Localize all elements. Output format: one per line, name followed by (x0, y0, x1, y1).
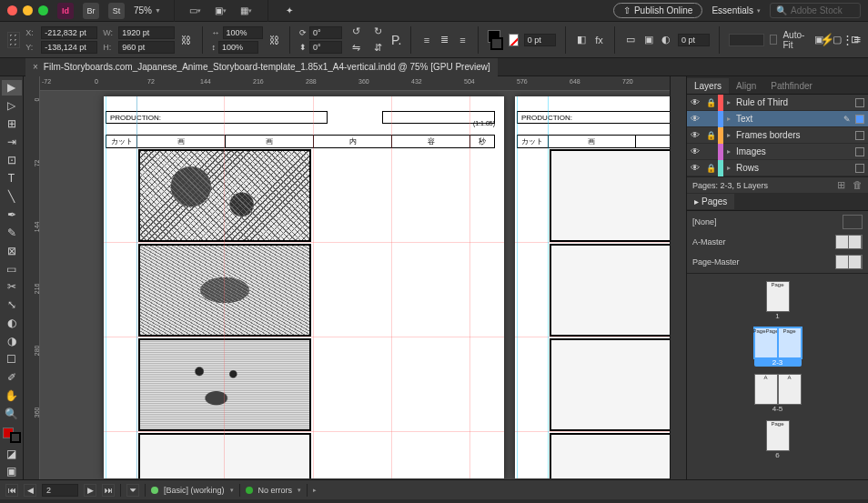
layer-select-box[interactable] (855, 98, 864, 107)
storyboard-frame-r3[interactable] (550, 338, 670, 431)
frame-fitting-preview[interactable] (729, 34, 763, 46)
apply-color-icon[interactable]: ◪ (2, 446, 22, 461)
stroke-weight-input[interactable]: 0 pt (524, 34, 556, 46)
paragraph-icon[interactable]: P. (391, 33, 401, 47)
scissors-tool[interactable]: ✂ (2, 279, 22, 295)
collapsed-panel-strip[interactable] (671, 76, 687, 479)
expand-icon[interactable]: ▸ (723, 98, 734, 106)
layers-tab[interactable]: Layers (687, 78, 729, 94)
textwrap-bounding-icon[interactable]: ▣ (642, 32, 655, 48)
visibility-icon[interactable]: 👁 (687, 163, 703, 173)
arrange-icon[interactable]: ▦▾ (238, 3, 255, 19)
document-tab[interactable]: × Film-Storyboards.com_Japanese_Anime_St… (25, 58, 498, 76)
fill-stroke-swatch[interactable] (488, 30, 503, 50)
page-thumb[interactable]: PagePagePage2-3 (754, 327, 802, 367)
gap-tool[interactable]: ⇥ (2, 135, 22, 150)
note-tool[interactable]: ☐ (2, 352, 22, 367)
visibility-icon[interactable]: 👁 (687, 114, 703, 124)
storyboard-frame-r1[interactable] (550, 149, 670, 242)
rotate-cw-icon[interactable]: ↻ (369, 24, 386, 40)
pen-tool[interactable]: ✒ (2, 206, 22, 222)
master-none[interactable]: [None] (692, 215, 863, 229)
layer-select-box[interactable] (855, 147, 864, 156)
pencil-tool[interactable]: ✎ (2, 225, 22, 240)
rotate-ccw-icon[interactable]: ↺ (348, 24, 364, 40)
layer-row[interactable]: 👁▸Text✎ (687, 111, 868, 127)
workspace-selector[interactable]: Essentials▾ (712, 5, 761, 15)
page-tool[interactable]: ⊞ (2, 116, 22, 132)
gradient-feather-tool[interactable]: ◑ (2, 334, 22, 349)
effects-icon[interactable]: fx (593, 32, 606, 48)
y-input[interactable]: -138,124 pt (41, 41, 97, 54)
visibility-icon[interactable]: 👁 (687, 146, 703, 156)
storyboard-frame-2[interactable] (138, 244, 311, 337)
storyboard-frame-1[interactable] (138, 149, 311, 242)
selection-tool[interactable]: ▶ (2, 80, 22, 96)
zoom-tool[interactable]: 🔍 (2, 406, 22, 421)
zoom-level[interactable]: 75%▼ (134, 5, 161, 15)
visibility-icon[interactable]: 👁 (687, 130, 703, 140)
h-input[interactable]: 960 pt (118, 41, 175, 54)
none-swatch[interactable] (509, 34, 519, 46)
gradient-swatch-tool[interactable]: ◐ (2, 316, 22, 331)
minimize-window-icon[interactable] (23, 5, 33, 15)
page-thumb[interactable]: AA4-5 (754, 374, 802, 413)
rotate-input[interactable]: 0° (309, 26, 342, 39)
canvas[interactable]: PRODUCTION: (1:1.85) カット 画 画 内 容 秒 (40, 91, 670, 479)
scale-y-input[interactable]: 100% (218, 41, 258, 54)
master-page[interactable]: Page-Master (692, 255, 863, 269)
free-transform-tool[interactable]: ⤡ (2, 297, 22, 313)
eyedropper-tool[interactable]: ✐ (2, 370, 22, 386)
new-layer-icon[interactable]: ⊞ (837, 179, 845, 191)
textwrap-none-icon[interactable]: ▭ (624, 32, 637, 48)
corner-options-icon[interactable]: ◧ (575, 32, 588, 48)
page-thumb[interactable]: Page1 (766, 281, 790, 320)
production-field-2[interactable]: PRODUCTION: (517, 111, 670, 124)
flip-horizontal-icon[interactable]: ⇋ (348, 40, 364, 56)
next-page-button[interactable]: ▶ (84, 484, 96, 497)
open-dropdown-button[interactable]: ⏷ (126, 484, 139, 497)
scale-x-input[interactable]: 100% (223, 26, 263, 39)
lock-icon[interactable]: 🔒 (703, 131, 718, 140)
title-field[interactable] (382, 111, 495, 124)
search-adobe-stock[interactable]: 🔍 Adobe Stock (770, 3, 861, 18)
hand-tool[interactable]: ✋ (2, 387, 22, 403)
screen-mode-icon[interactable]: ▣▾ (213, 3, 229, 19)
publish-online-button[interactable]: ⇧ Publish Online (613, 3, 702, 18)
expand-icon[interactable]: ▸ (723, 147, 734, 156)
flip-vertical-icon[interactable]: ⇵ (369, 40, 386, 56)
storyboard-frame-r4[interactable] (550, 433, 670, 478)
pages-tab[interactable]: ▸Pages (687, 194, 734, 209)
visibility-icon[interactable]: 👁 (687, 97, 703, 107)
pathfinder-tab[interactable]: Pathfinder (763, 78, 820, 94)
panel-menu-icon[interactable]: ⋮≡ (842, 33, 861, 46)
align-tab[interactable]: Align (729, 78, 763, 94)
master-a[interactable]: A-Master (692, 235, 863, 249)
storyboard-frame-4[interactable] (138, 433, 311, 478)
align-center-icon[interactable]: ≣ (439, 32, 451, 48)
content-collector-tool[interactable]: ⊡ (2, 153, 22, 168)
page-number-field[interactable]: 2 (42, 484, 78, 497)
close-tab-icon[interactable]: × (33, 62, 38, 72)
layer-select-box[interactable] (855, 164, 864, 173)
reference-point-icon[interactable] (7, 32, 20, 48)
expand-icon[interactable]: ▸ (723, 131, 734, 139)
view-options-icon[interactable]: ▭▾ (187, 3, 204, 19)
align-left-icon[interactable]: ≡ (420, 32, 433, 48)
constrain-wh-icon[interactable]: ⛓ (180, 32, 193, 48)
delete-layer-icon[interactable]: 🗑 (853, 179, 863, 191)
quick-apply-icon[interactable]: ⚡ (820, 33, 834, 46)
storyboard-frame-r2[interactable] (550, 244, 670, 337)
x-input[interactable]: -212,832 pt (41, 26, 97, 39)
rectangle-frame-tool[interactable]: ⊠ (2, 243, 22, 258)
chevron-down-icon[interactable]: ▾ (298, 487, 301, 494)
fill-stroke-toolbox[interactable] (3, 428, 21, 443)
line-tool[interactable]: ╲ (2, 188, 22, 204)
type-tool[interactable]: T (2, 171, 22, 186)
expand-icon[interactable]: ▸ (723, 164, 734, 172)
layer-row[interactable]: 👁🔒▸Rows (687, 160, 868, 176)
gpu-preview-icon[interactable]: ✦ (281, 3, 298, 19)
direct-selection-tool[interactable]: ▷ (2, 98, 22, 114)
lock-icon[interactable]: 🔒 (703, 164, 718, 173)
zoom-window-icon[interactable] (38, 5, 48, 15)
